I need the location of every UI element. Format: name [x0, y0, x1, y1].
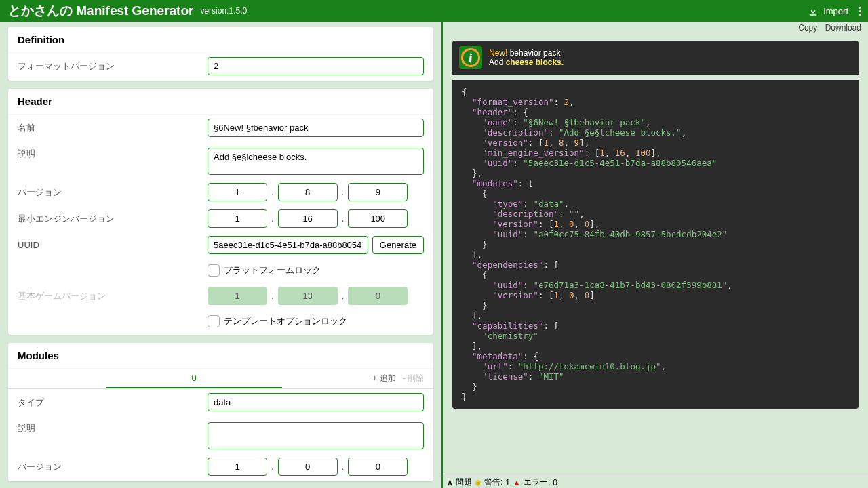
label-template-lock: テンプレートオプションロック: [224, 315, 347, 327]
name-input[interactable]: [208, 119, 424, 137]
module-tab-0[interactable]: 0: [106, 369, 282, 388]
definition-section: Definition フォーマットバージョン: [8, 27, 433, 81]
import-icon: [807, 5, 819, 17]
generate-button[interactable]: Generate: [372, 236, 424, 254]
pencil-icon: [464, 51, 477, 64]
label-module-version: バージョン: [18, 461, 208, 473]
module-add-button[interactable]: + 追加: [372, 373, 395, 384]
module-description-input[interactable]: [208, 422, 424, 449]
error-icon: ▲: [513, 478, 521, 487]
section-title: Header: [8, 89, 433, 115]
app-title: とかさんの Manifest Generator: [8, 2, 193, 20]
module-type-select[interactable]: [208, 393, 424, 411]
base-game-minor: [278, 287, 338, 305]
warning-icon: ◉: [475, 478, 481, 487]
label-uuid: UUID: [18, 240, 208, 250]
min-engine-minor[interactable]: [278, 209, 338, 228]
download-button[interactable]: Download: [825, 23, 861, 33]
base-game-major: [208, 287, 267, 305]
label-name: 名前: [18, 122, 208, 134]
json-output[interactable]: { "format_version": 2, "header": { "name…: [452, 80, 859, 409]
module-remove-button[interactable]: - 削除: [403, 373, 424, 384]
section-title: Definition: [8, 27, 433, 53]
base-game-patch: [348, 287, 408, 305]
import-button[interactable]: Import: [807, 5, 848, 17]
copy-button[interactable]: Copy: [798, 23, 817, 33]
label-platform-lock: プラットフォームロック: [224, 264, 321, 277]
app-header: とかさんの Manifest Generator version:1.5.0 I…: [0, 0, 868, 22]
label-description: 説明: [18, 148, 208, 160]
uuid-input[interactable]: [208, 236, 368, 254]
kebab-menu[interactable]: [859, 5, 861, 17]
modules-section: Modules 0 + 追加 - 削除 タイプ 説明 バージョン: [8, 343, 433, 481]
min-engine-major[interactable]: [208, 209, 267, 228]
form-panel: Definition フォーマットバージョン Header 名前 説明 Add …: [0, 22, 441, 488]
platform-lock-checkbox[interactable]: [208, 264, 220, 277]
pack-icon: [459, 46, 482, 69]
chevron-up-icon[interactable]: ∧: [447, 478, 453, 487]
header-section: Header 名前 説明 Add §e§lcheese blocks. バージョ…: [8, 89, 433, 335]
version-major[interactable]: [208, 183, 267, 201]
version-patch[interactable]: [348, 183, 408, 201]
module-version-minor[interactable]: [278, 458, 338, 476]
label-format-version: フォーマットバージョン: [18, 60, 208, 73]
template-lock-checkbox[interactable]: [208, 315, 220, 327]
version-minor[interactable]: [278, 183, 338, 201]
status-bar: ∧ 問題 ◉警告:1 ▲エラー:0: [443, 476, 868, 488]
min-engine-patch[interactable]: [348, 209, 408, 228]
module-version-patch[interactable]: [348, 458, 408, 476]
status-problems[interactable]: 問題: [456, 476, 472, 488]
label-module-desc: 説明: [18, 422, 208, 434]
preview-panel: Copy Download New! behavior pack Add che…: [441, 22, 868, 488]
section-title: Modules: [8, 343, 433, 369]
format-version-input[interactable]: [208, 57, 424, 75]
label-type: タイプ: [18, 396, 208, 409]
app-version: version:1.5.0: [200, 6, 247, 16]
label-min-engine: 最小エンジンバージョン: [18, 213, 208, 225]
module-version-major[interactable]: [208, 458, 267, 476]
label-base-game-version: 基本ゲームバージョン: [18, 290, 208, 302]
label-version: バージョン: [18, 186, 208, 199]
preview-new-tag: New!: [489, 48, 507, 58]
description-input[interactable]: Add §e§lcheese blocks.: [208, 148, 424, 175]
preview-header: New! behavior pack Add cheese blocks.: [452, 41, 859, 75]
preview-toolbar: Copy Download: [443, 22, 868, 34]
